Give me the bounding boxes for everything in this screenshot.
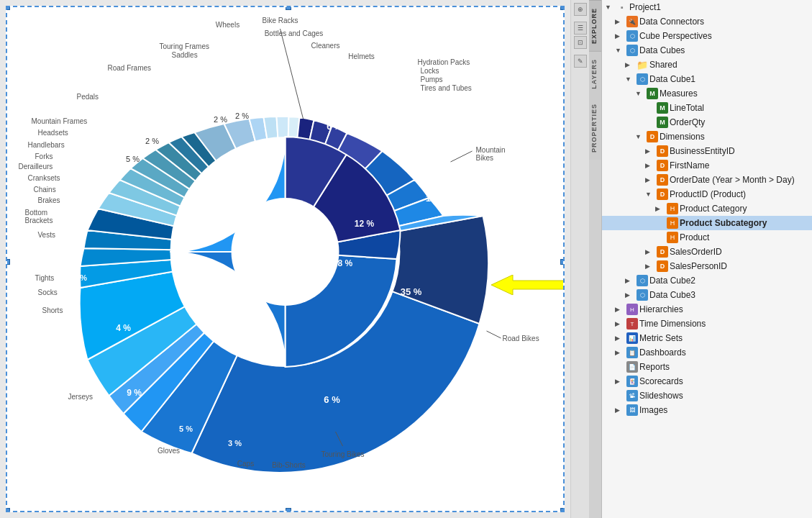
tree-item-project1[interactable]: ▼ ▪ Project1 [602, 0, 812, 14]
expand-arrow: ▼ [605, 4, 615, 11]
handle-bm[interactable] [286, 508, 291, 512]
pie-chart-svg: 11 % 35 % 6 % 4 % 9 % 5 % 3 % 2 % 2 % 5 … [7, 7, 563, 511]
tree-item-reports[interactable]: 📄 Reports [602, 360, 812, 374]
svg-text:2 %: 2 % [235, 112, 249, 120]
measure-icon: M [657, 117, 668, 128]
arrow-icon: ▶ [645, 162, 655, 169]
handle-bl[interactable] [6, 508, 10, 512]
label: Data Cube3 [649, 290, 695, 300]
tree-label: Project1 [629, 2, 661, 12]
datacubes-icon: ⬡ [626, 45, 638, 56]
arrow-icon: ▶ [615, 406, 625, 414]
tree-item-hierarchies[interactable]: ▶ H Hierarchies [602, 302, 812, 317]
tab-explore[interactable]: EXPLORE [589, 0, 601, 51]
tree-item-dimensions[interactable]: ▼ D Dimensions [602, 130, 812, 144]
shared-icon: 📁 [637, 59, 648, 71]
svg-line-24 [487, 331, 501, 338]
arrow-icon: ▶ [615, 32, 625, 40]
dim-icon: D [657, 145, 668, 157]
tab-properties[interactable]: PROPERTIES [589, 96, 601, 160]
svg-text:2 %: 2 % [68, 252, 82, 260]
dim-icon: D [657, 246, 668, 258]
tree-item-product-category[interactable]: ▶ H Product Category [602, 201, 812, 216]
label: Dashboards [639, 347, 686, 358]
tree-item-images[interactable]: ▶ 🖼 Images [602, 403, 812, 417]
svg-text:Bib-Shorts: Bib-Shorts [272, 461, 306, 469]
toolbar-btn-2[interactable]: ⊡ [574, 36, 587, 49]
tree-item-linetotal[interactable]: M LineTotal [602, 101, 812, 115]
handle-br[interactable] [560, 508, 565, 512]
tree-item-shared[interactable]: ▶ 📁 Shared [602, 58, 812, 72]
tree-item-cube-perspectives[interactable]: ▶ ⬡ Cube Perspectives [602, 29, 812, 43]
tree-item-businessentityid[interactable]: ▶ D BusinessEntityID [602, 144, 812, 158]
arrow-icon: ▼ [625, 76, 635, 83]
svg-text:Hydration Packs: Hydration Packs [418, 58, 470, 66]
arrow-icon: ▼ [635, 90, 645, 97]
svg-text:2 %: 2 % [145, 137, 159, 145]
dim-icon: D [657, 260, 668, 272]
label: Scorecards [639, 376, 683, 386]
svg-text:Tires and Tubes: Tires and Tubes [421, 84, 472, 92]
tree-item-data-connectors[interactable]: ▶ 🔌 Data Connectors [602, 14, 812, 29]
svg-text:30 %: 30 % [203, 265, 224, 276]
handle-mr[interactable] [560, 259, 565, 265]
tree-item-product[interactable]: H Product [602, 230, 812, 245]
svg-text:Locks: Locks [421, 67, 439, 75]
arrow-icon: ▼ [615, 47, 625, 54]
svg-text:Road Frames: Road Frames [108, 64, 152, 72]
tree-item-productid[interactable]: ▼ D ProductID (Product) [602, 187, 812, 201]
tree-item-firstname[interactable]: ▶ D FirstName [602, 158, 812, 173]
label: Images [639, 405, 667, 415]
yellow-arrow [491, 275, 565, 297]
tree-item-dashboards[interactable]: ▶ 📋 Dashboards [602, 345, 812, 360]
label: Slideshows [639, 391, 683, 401]
svg-text:4 %: 4 % [116, 323, 131, 333]
tree-item-data-cubes[interactable]: ▼ ⬡ Data Cubes [602, 43, 812, 58]
tree-content[interactable]: ▼ ▪ Project1 ▶ 🔌 Data Connectors ▶ ⬡ Cub… [602, 0, 812, 518]
label: ProductID (Product) [670, 189, 746, 199]
tree-item-salespersonid[interactable]: ▶ D SalesPersonID [602, 259, 812, 273]
svg-text:Bikes: Bikes [476, 154, 493, 162]
handle-tl[interactable] [6, 6, 10, 10]
arrow-icon: ▶ [615, 335, 625, 342]
label: Product Category [680, 204, 747, 214]
toolbar-btn-1[interactable]: ☰ [574, 22, 587, 35]
tree-item-product-subcategory[interactable]: H Product Subcategory [602, 216, 812, 230]
tree-item-salesorderid[interactable]: ▶ D SalesOrderID [602, 245, 812, 259]
label: FirstName [670, 160, 709, 171]
cube2-icon: ⬡ [637, 275, 648, 286]
tree-item-scorecards[interactable]: ▶ 🃏 Scorecards [602, 374, 812, 388]
cube-icon: ⬡ [626, 30, 638, 42]
tree-item-datacube3[interactable]: ▶ ⬡ Data Cube3 [602, 288, 812, 302]
tree-item-time-dimensions[interactable]: ▶ T Time Dimensions [602, 317, 812, 331]
cube1-icon: ⬡ [637, 73, 648, 85]
tree-item-orderdate[interactable]: ▶ D OrderDate (Year > Month > Day) [602, 173, 812, 187]
tree-item-datacube2[interactable]: ▶ ⬡ Data Cube2 [602, 273, 812, 288]
svg-text:Vests: Vests [38, 231, 55, 239]
label: OrderQty [670, 117, 705, 127]
dash-icon: 📋 [626, 347, 638, 358]
svg-text:Chains: Chains [34, 186, 56, 194]
tree-item-measures[interactable]: ▼ M Measures [602, 86, 812, 101]
tree-item-orderqty[interactable]: M OrderQty [602, 115, 812, 130]
toolbar-btn-3[interactable]: ✎ [574, 55, 587, 68]
tree-item-datacube1[interactable]: ▼ ⬡ Data Cube1 [602, 72, 812, 86]
measure-icon: M [657, 102, 668, 114]
tab-layers[interactable]: LAYERS [589, 51, 601, 96]
svg-text:Touring Bikes: Touring Bikes [321, 450, 365, 458]
svg-text:2 %: 2 % [214, 115, 227, 124]
svg-text:Pumps: Pumps [421, 76, 443, 83]
chart-area: 11 % 35 % 6 % 4 % 9 % 5 % 3 % 2 % 2 % 5 … [6, 6, 565, 512]
arrow-icon: ▼ [645, 191, 655, 198]
handle-tm[interactable] [286, 6, 291, 10]
svg-line-29 [280, 29, 304, 119]
toolbar-explore-btn[interactable]: ⊕ [574, 3, 587, 16]
svg-text:3 %: 3 % [228, 439, 242, 447]
svg-text:Shorts: Shorts [42, 306, 63, 314]
svg-text:Bottom: Bottom [25, 209, 48, 217]
handle-ml[interactable] [6, 259, 10, 265]
tree-item-slideshows[interactable]: 📽 Slideshows [602, 388, 812, 403]
side-toolbar: ⊕ ☰ ⊡ ✎ [570, 0, 589, 518]
handle-tr[interactable] [560, 6, 565, 10]
tree-item-metric-sets[interactable]: ▶ 📊 Metric Sets [602, 331, 812, 345]
